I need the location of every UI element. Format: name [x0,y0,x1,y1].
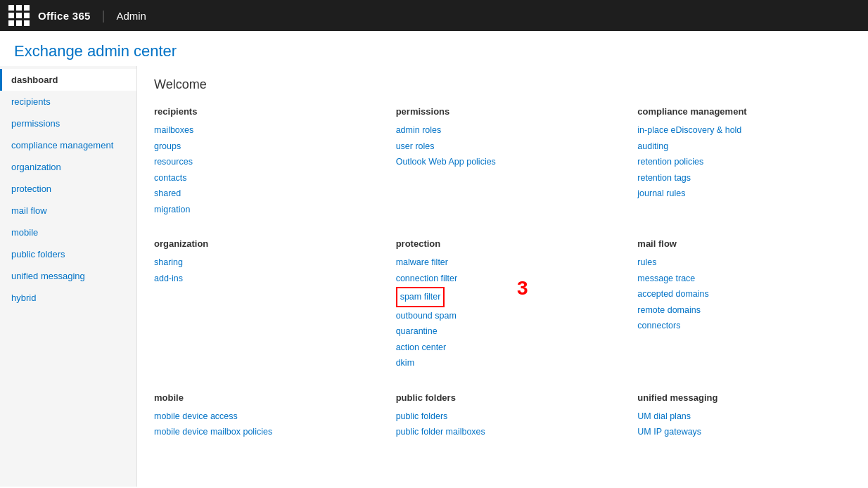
sidebar-item-mailflow[interactable]: mail flow [0,200,136,221]
section-compliance-title: compliance management [637,106,851,117]
section-unifiedmessaging-title: unified messaging [637,392,851,403]
link-quarantine[interactable]: quarantine [396,323,610,340]
section-compliance: compliance management in-place eDiscover… [637,106,851,217]
section-unifiedmessaging: unified messaging UM dial plans UM IP ga… [637,392,851,440]
section-recipients: recipients mailboxes groups resources co… [154,106,368,217]
link-action-center[interactable]: action center [396,340,610,356]
link-retention-policies[interactable]: retention policies [637,154,851,170]
link-connectors[interactable]: connectors [637,318,851,334]
link-message-trace[interactable]: message trace [637,271,851,287]
section-mailflow: mail flow rules message trace accepted d… [637,238,851,371]
sidebar-item-publicfolders[interactable]: public folders [0,243,136,265]
welcome-heading: Welcome [154,77,851,92]
dashboard-grid: recipients mailboxes groups resources co… [154,106,851,440]
admin-label: Admin [116,10,146,22]
sidebar-item-hybrid[interactable]: hybrid [0,287,136,309]
link-auditing[interactable]: auditing [637,139,851,155]
sidebar-item-permissions[interactable]: permissions [0,113,136,134]
link-remote-domains[interactable]: remote domains [637,302,851,319]
link-retention-tags[interactable]: retention tags [637,170,851,186]
topbar-divider: | [102,8,106,23]
main-wrapper: Welcome recipients mailboxes groups reso… [137,66,868,487]
link-um-dial-plans[interactable]: UM dial plans [637,409,851,425]
sidebar-item-protection[interactable]: protection [0,178,136,200]
sidebar-item-unifiedmessaging[interactable]: unified messaging [0,265,136,287]
topbar: Office 365 | Admin [0,0,868,31]
link-admin-roles[interactable]: admin roles [396,122,610,139]
section-permissions-title: permissions [396,106,610,117]
sidebar-item-compliance[interactable]: compliance management [0,134,136,156]
link-outbound-spam[interactable]: outbound spam [396,308,610,324]
sidebar: dashboard recipients permissions complia… [0,66,137,487]
link-ediscovery[interactable]: in-place eDiscovery & hold [637,122,851,139]
sidebar-item-organization[interactable]: organization [0,156,136,178]
section-mobile-title: mobile [154,392,368,403]
section-recipients-title: recipients [154,106,368,117]
link-rules[interactable]: rules [637,255,851,271]
link-connection-filter[interactable]: connection filter [396,271,610,287]
section-publicfolders-title: public folders [396,392,610,403]
app-grid-icon[interactable] [8,5,30,26]
sidebar-item-mobile[interactable]: mobile [0,221,136,243]
link-contacts[interactable]: contacts [154,170,368,186]
section-mailflow-title: mail flow [637,238,851,249]
link-journal-rules[interactable]: journal rules [637,186,851,202]
link-resources[interactable]: resources [154,154,368,170]
sidebar-item-dashboard[interactable]: dashboard [0,69,136,91]
link-um-ip-gateways[interactable]: UM IP gateways [637,424,851,440]
section-protection: protection malware filter connection fil… [396,238,610,371]
link-mobile-device-mailbox[interactable]: mobile device mailbox policies [154,424,368,440]
main-content: Welcome recipients mailboxes groups reso… [137,66,868,451]
link-dkim[interactable]: dkim [396,355,610,371]
section-permissions: permissions admin roles user roles Outlo… [396,106,610,217]
link-public-folder-mailboxes[interactable]: public folder mailboxes [396,424,610,440]
link-owa-policies[interactable]: Outlook Web App policies [396,154,610,170]
link-migration[interactable]: migration [154,202,368,218]
link-sharing[interactable]: sharing [154,255,368,271]
section-publicfolders: public folders public folders public fol… [396,392,610,440]
link-user-roles[interactable]: user roles [396,139,610,155]
link-malware-filter[interactable]: malware filter [396,255,610,271]
link-mobile-device-access[interactable]: mobile device access [154,409,368,425]
link-shared[interactable]: shared [154,186,368,202]
office365-label: Office 365 [38,10,91,22]
section-organization-title: organization [154,238,368,249]
section-mobile: mobile mobile device access mobile devic… [154,392,368,440]
section-protection-title: protection [396,238,610,249]
page-title: Exchange admin center [0,31,868,66]
link-public-folders[interactable]: public folders [396,409,610,425]
link-mailboxes[interactable]: mailboxes [154,122,368,139]
link-groups[interactable]: groups [154,139,368,155]
section-organization: organization sharing add-ins [154,238,368,371]
main-layout: dashboard recipients permissions complia… [0,66,868,487]
link-spam-filter[interactable]: spam filter [396,287,445,307]
sidebar-item-recipients[interactable]: recipients [0,91,136,113]
link-addins[interactable]: add-ins [154,271,368,287]
link-accepted-domains[interactable]: accepted domains [637,286,851,302]
